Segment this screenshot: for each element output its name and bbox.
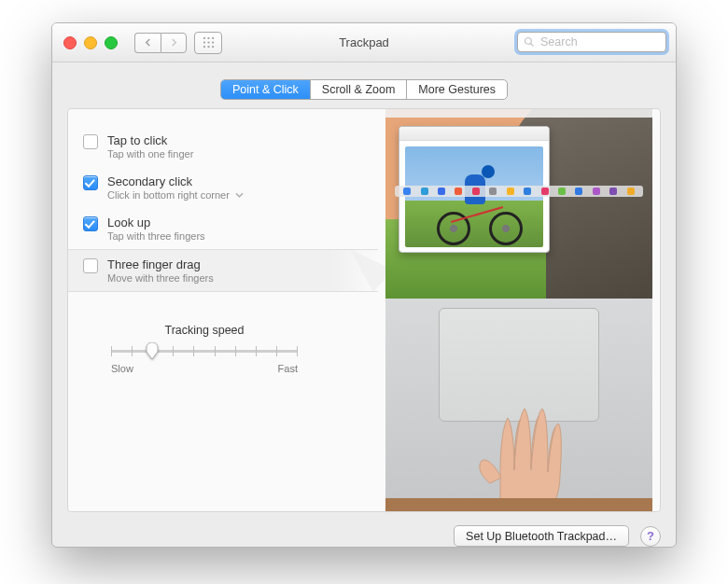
tabs-row: Point & ClickScroll & ZoomMore Gestures xyxy=(52,79,676,100)
tabs-segmented: Point & ClickScroll & ZoomMore Gestures xyxy=(220,79,508,100)
zoom-window-button[interactable] xyxy=(105,36,118,49)
checkbox-tap-to-click[interactable] xyxy=(83,134,98,149)
dock-app-icon xyxy=(421,188,428,195)
preview-desktop xyxy=(385,109,652,298)
option-look-up[interactable]: Look upTap with three fingers xyxy=(68,208,378,249)
option-three-finger-drag[interactable]: Three finger dragMove with three fingers xyxy=(68,249,378,292)
dock-app-icon xyxy=(593,188,600,195)
preferences-window: Trackpad Point & ClickScroll & ZoomMore … xyxy=(51,22,677,548)
option-subtitle: Tap with three fingers xyxy=(107,230,205,242)
tab-more-gestures[interactable]: More Gestures xyxy=(407,80,507,99)
preview-dock xyxy=(395,186,643,197)
svg-rect-3 xyxy=(203,42,205,44)
dock-app-icon xyxy=(609,188,617,195)
tab-point-click[interactable]: Point & Click xyxy=(221,80,311,99)
content-panel: Tap to clickTap with one fingerSecondary… xyxy=(67,108,661,512)
dock-app-icon xyxy=(403,188,411,195)
checkbox-look-up[interactable] xyxy=(83,216,98,231)
gesture-preview xyxy=(378,109,660,511)
preview-table xyxy=(385,498,652,511)
option-title: Three finger drag xyxy=(107,257,214,271)
dock-app-icon xyxy=(541,188,549,195)
svg-rect-7 xyxy=(207,46,209,48)
search-field[interactable] xyxy=(517,32,666,52)
checkbox-secondary-click[interactable] xyxy=(83,175,98,190)
preview-frame xyxy=(385,109,652,511)
option-subtitle: Tap with one finger xyxy=(107,148,193,160)
dock-app-icon xyxy=(558,188,566,195)
svg-rect-0 xyxy=(203,37,205,39)
settings-list: Tap to clickTap with one fingerSecondary… xyxy=(68,109,378,511)
dock-app-icon xyxy=(524,188,531,195)
option-subtitle: Click in bottom right corner xyxy=(107,189,244,201)
svg-rect-1 xyxy=(207,37,209,39)
option-secondary-click[interactable]: Secondary clickClick in bottom right cor… xyxy=(68,167,378,208)
option-tap-to-click[interactable]: Tap to clickTap with one finger xyxy=(68,126,378,167)
setup-bluetooth-trackpad-button[interactable]: Set Up Bluetooth Trackpad… xyxy=(454,525,629,547)
option-title: Look up xyxy=(107,216,205,229)
option-title: Secondary click xyxy=(107,174,244,188)
slider-title: Tracking speed xyxy=(111,324,298,337)
dock-app-icon xyxy=(575,188,582,195)
slider-min-label: Slow xyxy=(111,363,133,374)
option-title: Tap to click xyxy=(107,133,193,147)
search-input[interactable] xyxy=(539,35,677,49)
tab-scroll-zoom[interactable]: Scroll & Zoom xyxy=(311,80,408,99)
svg-rect-4 xyxy=(207,42,209,44)
preview-menubar xyxy=(385,109,652,118)
help-button[interactable]: ? xyxy=(640,526,661,547)
forward-button[interactable] xyxy=(161,33,187,53)
svg-point-9 xyxy=(525,38,532,45)
titlebar: Trackpad xyxy=(52,23,676,63)
back-button[interactable] xyxy=(134,33,161,53)
dock-app-icon xyxy=(507,188,514,195)
svg-rect-6 xyxy=(203,46,205,48)
svg-rect-8 xyxy=(212,46,214,48)
minimize-window-button[interactable] xyxy=(84,36,97,49)
svg-rect-5 xyxy=(212,42,214,44)
search-icon xyxy=(524,36,535,48)
svg-rect-2 xyxy=(212,37,214,39)
svg-line-10 xyxy=(531,44,534,47)
preview-trackpad xyxy=(439,308,599,422)
tracking-speed-slider[interactable]: Tracking speedSlowFast xyxy=(111,324,298,374)
dock-app-icon xyxy=(627,188,635,195)
slider-track[interactable] xyxy=(111,341,298,361)
dock-app-icon xyxy=(455,188,462,195)
dock-app-icon xyxy=(438,188,445,195)
window-controls xyxy=(63,36,118,49)
show-all-button[interactable] xyxy=(194,32,222,54)
bottom-bar: Set Up Bluetooth Trackpad… ? xyxy=(52,512,676,547)
preview-trackpad-area xyxy=(385,299,652,511)
dock-app-icon xyxy=(472,188,480,195)
dock-app-icon xyxy=(489,188,497,195)
option-subtitle: Move with three fingers xyxy=(107,272,214,284)
checkbox-three-finger-drag[interactable] xyxy=(83,258,98,273)
close-window-button[interactable] xyxy=(63,36,77,49)
chevron-down-icon[interactable] xyxy=(235,192,244,198)
slider-thumb[interactable] xyxy=(146,342,159,359)
slider-max-label: Fast xyxy=(278,363,298,374)
nav-buttons xyxy=(134,33,187,53)
